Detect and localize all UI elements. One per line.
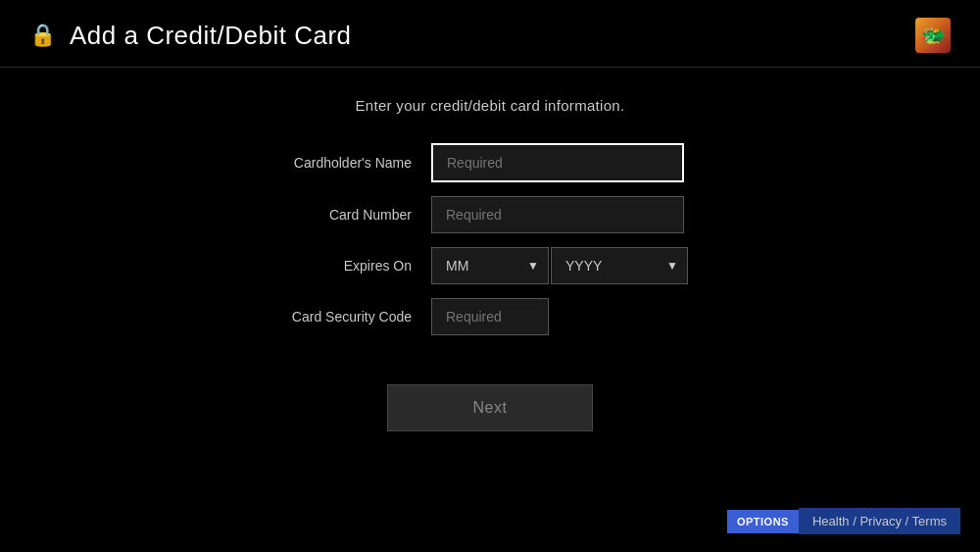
form-subtitle: Enter your credit/debit card information… — [356, 97, 625, 114]
security-input[interactable] — [431, 298, 549, 335]
card-number-row: Card Number — [235, 196, 745, 233]
month-select[interactable]: MM 01 02 03 04 05 06 07 08 09 10 11 12 — [431, 247, 549, 284]
page-title: Add a Credit/Debit Card — [70, 21, 352, 51]
footer: OPTIONS Health / Privacy / Terms — [727, 508, 960, 534]
month-select-wrapper: MM 01 02 03 04 05 06 07 08 09 10 11 12 — [431, 247, 549, 284]
security-row: Card Security Code — [235, 298, 745, 335]
next-button[interactable]: Next — [387, 384, 593, 431]
cardholder-row: Cardholder's Name — [235, 143, 745, 182]
footer-links[interactable]: Health / Privacy / Terms — [799, 508, 960, 534]
options-badge[interactable]: OPTIONS — [727, 510, 799, 533]
card-number-input[interactable] — [431, 196, 684, 233]
next-button-container: Next — [387, 384, 593, 431]
year-select-wrapper: YYYY 2024 2025 2026 2027 2028 2029 2030 … — [549, 247, 688, 284]
form-container: Cardholder's Name Card Number Expires On… — [235, 143, 745, 335]
avatar: 🐲 — [915, 18, 951, 53]
card-number-label: Card Number — [235, 207, 431, 223]
header-left: 🔒 Add a Credit/Debit Card — [29, 21, 352, 51]
lock-icon: 🔒 — [29, 23, 56, 48]
header: 🔒 Add a Credit/Debit Card 🐲 — [0, 0, 980, 68]
expires-row: Expires On MM 01 02 03 04 05 06 07 08 09 — [235, 247, 745, 284]
security-label: Card Security Code — [235, 309, 431, 325]
year-select[interactable]: YYYY 2024 2025 2026 2027 2028 2029 2030 … — [551, 247, 688, 284]
cardholder-label: Cardholder's Name — [235, 155, 431, 171]
cardholder-input[interactable] — [431, 143, 684, 182]
main-content: Enter your credit/debit card information… — [0, 68, 980, 431]
expires-selects: MM 01 02 03 04 05 06 07 08 09 10 11 12 — [431, 247, 688, 284]
expires-label: Expires On — [235, 258, 431, 274]
